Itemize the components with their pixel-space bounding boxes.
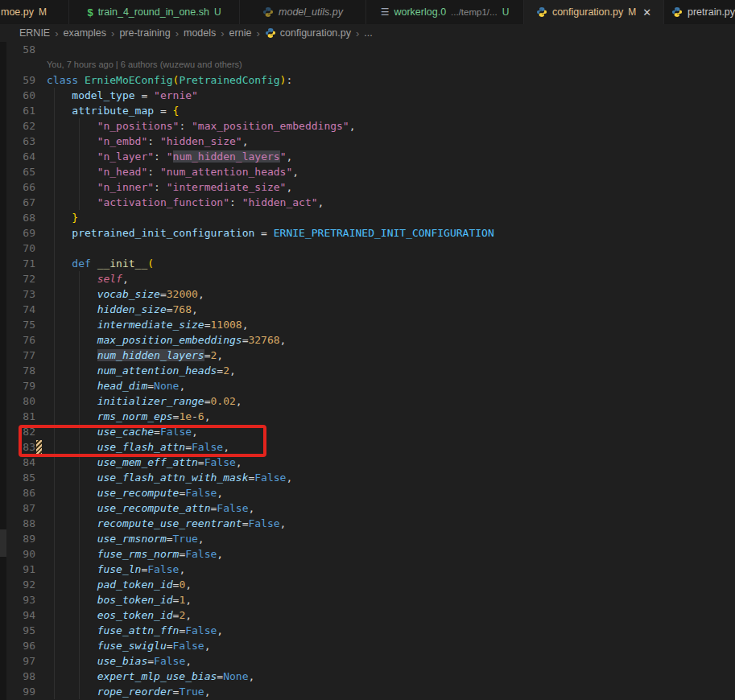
code-line-69: 69 pretrained_init_configuration = ERNIE… — [0, 225, 735, 241]
chevron-right-icon: › — [356, 27, 359, 39]
left-edge-scrollbar-track — [0, 42, 6, 700]
chevron-right-icon: › — [175, 27, 179, 39]
code-text[interactable]: recompute_use_reentrant=False, — [47, 516, 286, 531]
code-text[interactable]: head_dim=None, — [47, 378, 185, 393]
tab-moe.py[interactable]: moe.pyM — [0, 0, 69, 24]
code-line-97: 97 use_bias=False, — [0, 653, 735, 669]
code-text[interactable]: class ErnieMoEConfig(PretrainedConfig): — [47, 72, 292, 88]
code-text[interactable]: pad_token_id=0, — [47, 577, 192, 592]
code-text[interactable]: fuse_rms_norm=False, — [47, 546, 223, 562]
code-text[interactable]: use_cache=False, — [47, 424, 198, 439]
code-text[interactable]: bos_token_id=1, — [47, 592, 192, 607]
tab-model-utils.py[interactable]: model_utils.py — [240, 0, 366, 24]
code-text[interactable]: use_bias=False, — [47, 653, 192, 669]
gutter-marker-slot — [35, 317, 47, 332]
code-line-59: 59class ErnieMoEConfig(PretrainedConfig)… — [0, 72, 735, 88]
gutter-marker-slot — [35, 378, 47, 393]
gutter-marker-slot — [35, 134, 47, 149]
gutter-marker-slot — [35, 623, 47, 638]
gutter-marker-slot — [35, 684, 47, 699]
breadcrumb-item[interactable]: pre-training — [119, 27, 170, 39]
gutter-marker-slot — [35, 179, 47, 195]
tab-label: configuration.py — [552, 6, 623, 18]
chevron-right-icon: › — [55, 27, 58, 39]
gutter-marker-slot — [35, 607, 47, 623]
code-text[interactable]: "n_inner": "intermediate_size", — [47, 179, 292, 195]
code-text[interactable]: vocab_size=32000, — [47, 286, 204, 302]
code-text[interactable]: hidden_size=768, — [47, 302, 198, 317]
tab-workerlog.0[interactable]: ☰workerlog.0.../temp1/...U — [366, 0, 524, 24]
code-text[interactable]: use_recompute_attn=False, — [47, 500, 254, 516]
breadcrumb-item[interactable]: ERNIE — [19, 27, 50, 39]
gutter-marker-slot — [35, 638, 47, 653]
code-line-74: 74 hidden_size=768, — [0, 302, 735, 317]
gitlens-blame-annotation: You, 7 hours ago | 6 authors (wuzewu and… — [0, 57, 735, 72]
gutter-marker-slot — [35, 149, 47, 164]
code-line-73: 73 vocab_size=32000, — [0, 286, 735, 302]
code-line-98: 98 expert_mlp_use_bias=None, — [0, 669, 735, 684]
code-text[interactable]: "n_layer": "num_hidden_layers", — [47, 149, 292, 164]
code-text[interactable]: use_flash_attn=False, — [47, 439, 229, 455]
code-text[interactable]: "n_head": "num_attention_heads", — [47, 164, 299, 179]
tab-description: .../temp1/... — [451, 7, 498, 17]
tab-configuration.py[interactable]: configuration.pyM✕ — [524, 0, 664, 24]
code-text[interactable]: max_position_embeddings=32768, — [47, 332, 286, 348]
python-icon — [262, 6, 274, 18]
code-text[interactable]: num_hidden_layers=2, — [47, 348, 223, 363]
gutter-marker-slot — [35, 531, 47, 546]
code-line-58: 58 — [0, 42, 735, 57]
breadcrumb-item[interactable]: models — [184, 27, 216, 39]
gutter-marker-slot — [35, 302, 47, 317]
tab-train-4-round-in-one.sh[interactable]: $train_4_round_in_one.shU — [69, 0, 240, 24]
code-text[interactable]: use_recompute=False, — [47, 485, 223, 500]
gutter-marker-slot — [35, 103, 47, 118]
tab-pretrain.py[interactable]: pretrain.py — [664, 0, 735, 24]
code-text[interactable]: intermediate_size=11008, — [47, 317, 248, 332]
code-text[interactable]: "activation_function": "hidden_act", — [47, 195, 324, 210]
code-text[interactable]: model_type = "ernie" — [47, 88, 198, 103]
code-text[interactable]: self, — [47, 271, 129, 286]
code-line-63: 63 "n_embd": "hidden_size", — [0, 134, 735, 149]
breadcrumb-symbol-overflow[interactable]: ... — [364, 27, 372, 39]
code-line-70: 70 — [0, 241, 735, 256]
code-text[interactable]: attribute_map = { — [47, 103, 179, 118]
code-text[interactable]: eos_token_id=2, — [47, 607, 192, 623]
gutter-marker-slot — [35, 164, 47, 179]
code-text[interactable]: fuse_swiglu=False, — [47, 638, 211, 653]
code-line-89: 89 use_rmsnorm=True, — [0, 531, 735, 546]
code-text[interactable]: use_flash_attn_with_mask=False, — [47, 470, 292, 485]
git-status-badge: U — [214, 6, 221, 18]
gutter-marker-slot — [35, 195, 47, 210]
code-line-88: 88 recompute_use_reentrant=False, — [0, 516, 735, 531]
code-text[interactable]: fuse_ln=False, — [47, 562, 185, 577]
gutter-marker-slot — [35, 653, 47, 669]
code-text[interactable]: initializer_range=0.02, — [47, 393, 242, 409]
breadcrumb-file[interactable]: configuration.py — [280, 27, 351, 39]
code-text[interactable]: rms_norm_eps=1e-6, — [47, 409, 211, 424]
code-text[interactable]: rope_reorder=True, — [47, 684, 211, 699]
code-text[interactable]: fuse_attn_ffn=False, — [47, 623, 223, 638]
code-text[interactable]: expert_mlp_use_bias=None, — [47, 669, 254, 684]
code-text[interactable]: def __init__( — [47, 256, 154, 271]
code-line-75: 75 intermediate_size=11008, — [0, 317, 735, 332]
code-text[interactable]: "n_positions": "max_position_embeddings"… — [47, 118, 356, 134]
code-line-81: 81 rms_norm_eps=1e-6, — [0, 409, 735, 424]
code-text[interactable]: pretrained_init_configuration = ERNIE_PR… — [47, 225, 494, 241]
close-icon[interactable]: ✕ — [642, 6, 651, 19]
tab-label: pretrain.py — [688, 6, 735, 18]
left-edge-scrollbar-thumb[interactable] — [0, 529, 6, 557]
gutter-marker-slot — [35, 286, 47, 302]
gutter-marker-slot — [35, 500, 47, 516]
tab-label: model_utils.py — [279, 6, 343, 18]
code-text[interactable]: "n_embd": "hidden_size", — [47, 134, 248, 149]
code-text[interactable]: use_rmsnorm=True, — [47, 531, 204, 546]
gutter-marker-slot — [35, 485, 47, 500]
breadcrumb-item[interactable]: examples — [64, 27, 107, 39]
code-text[interactable]: use_mem_eff_attn=False, — [47, 455, 242, 470]
code-text[interactable]: num_attention_heads=2, — [47, 363, 236, 378]
code-text[interactable]: } — [47, 210, 78, 225]
code-line-78: 78 num_attention_heads=2, — [0, 363, 735, 378]
python-icon — [671, 6, 683, 18]
breadcrumb-item[interactable]: ernie — [229, 27, 252, 39]
blame-text[interactable]: You, 7 hours ago | 6 authors (wuzewu and… — [47, 57, 242, 72]
